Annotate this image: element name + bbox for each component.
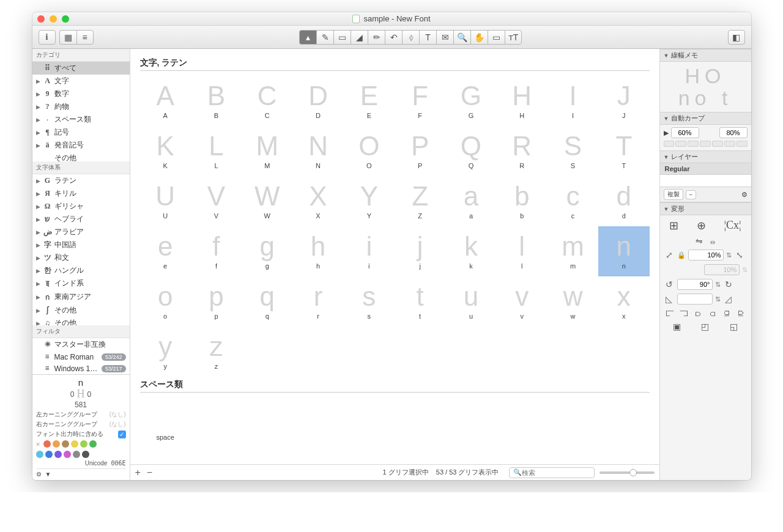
export-checkbox[interactable]: ✓ <box>118 430 126 438</box>
color-swatch[interactable] <box>73 451 80 458</box>
bool-intersect-icon[interactable]: ◱ <box>730 322 738 331</box>
sidebar-item[interactable]: ▶字中国語 <box>32 238 130 251</box>
glyph-cell[interactable]: uu <box>445 276 496 327</box>
glyph-cell[interactable]: YY <box>344 176 395 226</box>
add-glyph-button[interactable]: + <box>135 467 141 478</box>
glyph-cell[interactable]: BB <box>191 76 242 126</box>
toggle-right-panel-button[interactable]: ◧ <box>728 30 745 45</box>
grid-view-button[interactable]: ▦ <box>59 30 76 45</box>
glyph-cell[interactable]: XX <box>292 176 343 226</box>
glyph-cell[interactable]: ii <box>344 226 395 276</box>
scale-out-icon[interactable]: ⤢ <box>664 250 675 260</box>
glyph-cell[interactable]: ss <box>344 276 395 327</box>
glyph-cell[interactable]: gg <box>242 226 292 276</box>
select-tool-button[interactable]: ▴ <box>299 30 316 45</box>
layer-gear-icon[interactable]: ⚙ <box>741 191 748 199</box>
right-kerning-value[interactable]: (なし) <box>109 420 126 429</box>
rotate-cw-icon[interactable]: ↻ <box>723 279 734 289</box>
rect-tool-button[interactable]: ▭ <box>333 30 351 45</box>
skew-right-icon[interactable]: ◿ <box>723 294 734 304</box>
cx-icon[interactable]: ¦Cx¦ <box>724 219 741 232</box>
glyph-cell[interactable]: AA <box>140 76 191 126</box>
skew-left-icon[interactable]: ◺ <box>664 294 675 304</box>
transform-header[interactable]: ▼変形 <box>660 202 751 215</box>
glyph-cell[interactable]: UU <box>140 176 191 226</box>
knife-tool-button[interactable]: ⎀ <box>402 30 419 45</box>
sidebar-item[interactable]: ▶¶記号 <box>32 126 130 139</box>
mirror-grid-icon[interactable]: ⊞ <box>669 219 678 232</box>
glyph-cell[interactable]: ee <box>140 226 191 276</box>
layer-regular-row[interactable]: Regular <box>660 163 751 175</box>
font-info-button[interactable]: i <box>39 30 56 45</box>
sidebar-item[interactable]: ▶한ハングル <box>32 264 130 277</box>
glyph-cell[interactable]: VV <box>191 176 242 226</box>
sidebar-item[interactable]: ▶⸱スペース類 <box>32 113 130 126</box>
glyph-cell[interactable]: jj <box>395 226 445 276</box>
color-swatch[interactable] <box>89 440 97 448</box>
sidebar-item[interactable]: ▶ضアラビア <box>32 226 130 238</box>
align-top-icon[interactable]: ⫏ <box>708 308 717 318</box>
glyph-cell[interactable]: bb <box>497 176 547 226</box>
sidebar-item[interactable]: ▶9数字 <box>32 87 130 100</box>
glyph-cell[interactable]: SS <box>547 126 598 176</box>
glyph-cell[interactable]: II <box>547 76 598 126</box>
glyph-cell[interactable]: WW <box>242 176 292 226</box>
sidebar-item[interactable]: ▶A文字 <box>32 75 130 87</box>
stepper-icon[interactable]: ⇅ <box>726 251 732 259</box>
bool-union-icon[interactable]: ▣ <box>673 322 681 331</box>
erase-tool-button[interactable]: ◢ <box>351 30 368 45</box>
sidebar-item[interactable]: ≡Windows 1…53/217 <box>32 363 130 374</box>
glyph-cell[interactable]: CC <box>242 76 292 126</box>
stepper2-icon[interactable]: ⇅ <box>742 266 748 274</box>
sidebar-item[interactable]: ▶Яキリル <box>32 187 130 200</box>
lock-icon[interactable]: 🔒 <box>677 251 686 259</box>
glyph-cell-space[interactable]: space <box>140 397 191 448</box>
glyph-cell[interactable]: vv <box>497 276 547 327</box>
pencil-tool-button[interactable]: ✏ <box>368 30 385 45</box>
glyph-cell[interactable]: cc <box>547 176 598 226</box>
align-bottom-icon[interactable]: ⫒ <box>737 308 745 318</box>
panel-toggle-icon[interactable]: ▼ <box>45 471 51 478</box>
sidebar-item[interactable]: ▶?約物 <box>32 100 130 113</box>
autocurve-header[interactable]: ▼自動カーブ <box>660 112 751 125</box>
glyph-cell[interactable]: FF <box>395 76 445 126</box>
search-input[interactable] <box>522 469 606 476</box>
glyph-cell[interactable]: NN <box>292 126 343 176</box>
sidebar-item[interactable]: ▶Ωギリシャ <box>32 200 130 213</box>
sidebar-item[interactable]: ▶ʃその他 <box>32 304 130 317</box>
zoom-slider[interactable] <box>599 471 655 474</box>
type-tool-button[interactable]: ᴛT <box>505 30 522 45</box>
sidebar-item[interactable]: その他 <box>32 152 130 161</box>
color-swatch[interactable] <box>62 440 69 448</box>
sidebar-item[interactable]: ▶ä発音記号 <box>32 139 130 152</box>
minimize-button[interactable] <box>50 15 57 23</box>
glyph-cell[interactable]: pp <box>191 276 242 327</box>
flip-h-icon[interactable]: ⇋ <box>696 236 703 246</box>
glyph-cell[interactable]: ZZ <box>395 176 445 226</box>
color-swatch[interactable] <box>80 440 87 448</box>
glyph-cell[interactable]: ll <box>497 226 547 276</box>
color-swatch[interactable] <box>54 451 62 458</box>
glyph-cell[interactable]: EE <box>344 76 395 126</box>
sidebar-item[interactable]: ▶ツ和文 <box>32 251 130 264</box>
color-swatch[interactable] <box>82 451 89 458</box>
glyph-cell[interactable]: KK <box>140 126 191 176</box>
color-swatch[interactable] <box>53 440 60 448</box>
sidebar-item[interactable]: ▶♫その他 <box>32 317 130 325</box>
scale-x-input[interactable] <box>688 249 724 260</box>
remove-layer-button[interactable]: − <box>686 190 697 199</box>
no-color-icon[interactable]: × <box>36 440 40 449</box>
glyph-cell[interactable]: tt <box>395 276 445 327</box>
unicode-value[interactable]: 006E <box>111 460 125 467</box>
bool-subtract-icon[interactable]: ◰ <box>701 322 709 331</box>
left-kerning-value[interactable]: (なし) <box>109 410 126 419</box>
autocurve-play-icon[interactable]: ▶ <box>664 129 669 137</box>
hand-tool-button[interactable]: ✋ <box>470 30 488 45</box>
sidebar-item[interactable]: ≡Mac Roman53/242 <box>32 351 130 363</box>
flip-v-icon[interactable]: ⏛ <box>710 236 715 246</box>
glyph-cell[interactable]: GG <box>445 76 496 126</box>
glyph-cell[interactable]: ff <box>191 226 242 276</box>
color-swatch[interactable] <box>36 451 43 458</box>
sidebar-item[interactable]: ⠿すべて <box>32 62 130 75</box>
stroke-memo-header[interactable]: ▼線幅メモ <box>660 49 751 62</box>
